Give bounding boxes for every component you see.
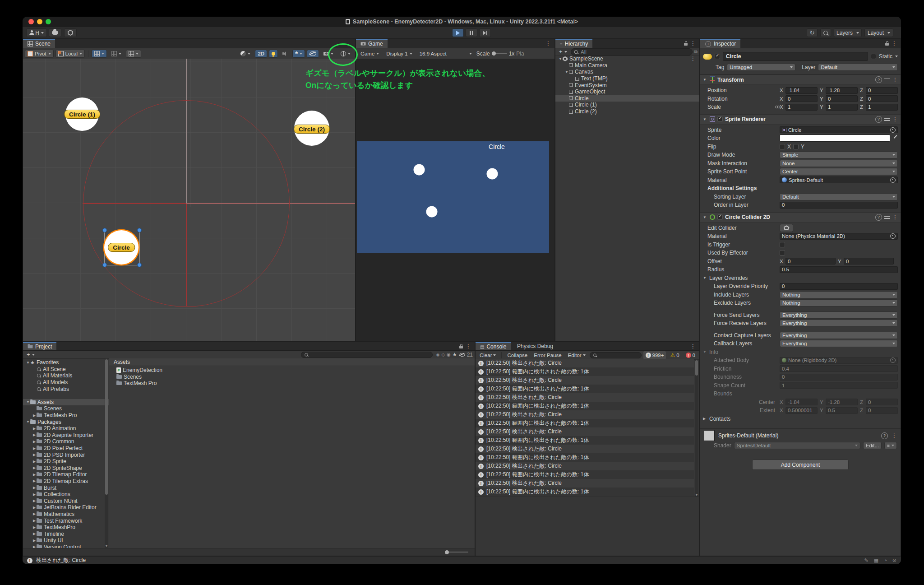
dropdown-exclude-layers[interactable]: Nothing [780, 299, 898, 306]
tab-project[interactable]: Project [23, 342, 56, 350]
value-field[interactable]: 1 [866, 104, 898, 111]
object-picker-icon[interactable] [890, 233, 896, 239]
object-field-material[interactable]: Sprites-Default [780, 176, 898, 183]
material-preview-swatch[interactable] [704, 430, 715, 441]
editor-dropdown[interactable]: Editor [566, 351, 588, 359]
project-tree-scrollbar[interactable]: ▼ [105, 358, 108, 548]
project-folder-item-2d-psd-importer[interactable]: ▶2D PSD Importer [23, 451, 109, 458]
value-field[interactable]: -1.84 [785, 87, 818, 94]
clear-button[interactable]: Clear [477, 351, 498, 359]
project-folder-item-2d-common[interactable]: ▶2D Common [23, 438, 109, 445]
asset-item-enemydetection[interactable]: #EnemyDetection [109, 367, 475, 374]
value-field[interactable]: 0.5 [780, 266, 898, 273]
value-field[interactable]: 0 [866, 407, 898, 414]
hierarchy-item-circle-1-[interactable]: Circle (1) [555, 102, 699, 108]
project-folder-item-version-control[interactable]: ▶Version Control [23, 544, 109, 548]
play-button[interactable] [452, 28, 464, 37]
gizmos-toggle-dropdown[interactable] [338, 50, 353, 58]
kebab-menu-icon[interactable]: ⋮ [690, 41, 696, 46]
dropdown-force-receive-layers[interactable]: Everything [780, 320, 898, 327]
project-search[interactable] [301, 352, 433, 358]
tool-handle-rotation-dropdown[interactable]: Local [55, 50, 85, 58]
account-button[interactable]: H [26, 28, 47, 37]
kebab-menu-icon[interactable]: ⋮ [892, 214, 898, 220]
value-field[interactable]: 0 [780, 202, 898, 209]
lock-icon[interactable] [885, 43, 889, 46]
flip-x-checkbox[interactable] [780, 144, 785, 149]
project-folder-item-textmeshpro[interactable]: ▶TextMeshPro [23, 524, 109, 531]
game-display-mode-dropdown[interactable]: Game [358, 50, 382, 58]
object-field-material[interactable]: None (Physics Material 2D) [780, 233, 898, 240]
project-search-input[interactable] [310, 352, 430, 358]
display-target-dropdown[interactable]: Display 1 [383, 50, 415, 58]
help-icon[interactable]: ? [875, 76, 882, 83]
hierarchy-item-samplescene[interactable]: ▼SampleScene⋮ [555, 56, 699, 62]
console-search-input[interactable] [598, 352, 638, 358]
game-viewport[interactable]: Circle [356, 59, 554, 341]
value-field[interactable]: 0 [785, 95, 818, 102]
project-folder-item-assets[interactable]: ▼Assets [23, 399, 109, 406]
audio-mute-toggle[interactable] [280, 50, 291, 58]
project-folder-item-jetbrains-rider-editor[interactable]: ▶JetBrains Rider Editor [23, 504, 109, 511]
error-pause-button[interactable]: Error Pause [531, 351, 564, 359]
grid-snap-toggle[interactable] [92, 50, 107, 58]
selection-handle[interactable] [137, 263, 142, 267]
project-folder-item-favorites[interactable]: ▼★Favorites [23, 359, 109, 366]
dropdown-draw-mode[interactable]: Simple [780, 151, 898, 158]
console-log-row[interactable]: ![10:22:50] 範囲内に検出された敵の数: 1体 [476, 453, 694, 462]
project-folder-item-2d-aseprite-importer[interactable]: ▶2D Aseprite Importer [23, 432, 109, 439]
hierarchy-item-main-camera[interactable]: Main Camera [555, 62, 699, 69]
warning-count-toggle[interactable]: ⚠0 [668, 351, 681, 359]
search-by-type-icon[interactable]: ◈ [436, 352, 440, 357]
value-field[interactable]: 0 [866, 399, 898, 405]
console-scrollbar[interactable]: ▼ [695, 359, 698, 497]
console-log-row[interactable]: ![10:22:50] 検出された敵: Circle [476, 359, 694, 367]
shading-mode-dropdown[interactable] [238, 50, 253, 58]
hierarchy-item-eventsystem[interactable]: EventSystem [555, 82, 699, 88]
alert-icon[interactable]: ◉ [447, 352, 451, 357]
pause-button[interactable] [466, 28, 477, 37]
asset-item-textmesh-pro[interactable]: TextMesh Pro [109, 380, 475, 387]
project-folder-item-packages[interactable]: ▼Packages [23, 418, 109, 425]
status-icon-3[interactable]: ◔ [884, 557, 887, 563]
tab-hierarchy[interactable]: ≡Hierarchy [555, 39, 592, 48]
project-folder-item-custom-nunit[interactable]: ▶Custom NUnit [23, 497, 109, 504]
value-field[interactable]: -1.28 [826, 399, 858, 405]
presets-icon[interactable] [884, 78, 890, 82]
project-folder-item-all-materials[interactable]: All Materials [23, 372, 109, 379]
help-icon[interactable]: ? [875, 116, 882, 123]
dropdown-sprite-sort-point[interactable]: Center [780, 168, 898, 175]
console-detail-pane[interactable] [476, 497, 699, 556]
tab-game[interactable]: Game [356, 39, 388, 48]
kebab-menu-icon[interactable]: ⋮ [545, 41, 551, 46]
component-header-transform[interactable]: ▼Transform?⋮ [700, 74, 901, 85]
value-field[interactable]: 0 [866, 87, 898, 94]
dropdown-include-layers[interactable]: Nothing [780, 291, 898, 298]
scale-slider[interactable] [492, 53, 507, 54]
link-icon[interactable] [775, 105, 780, 109]
object-picker-icon[interactable] [890, 177, 896, 183]
asset-zoom-slider[interactable] [445, 552, 468, 552]
lock-icon[interactable] [684, 43, 688, 46]
component-header-circle-collider-2d[interactable]: ▼Circle Collider 2D?⋮ [700, 212, 901, 223]
console-log-row[interactable]: ![10:22:50] 検出された敵: Circle [476, 410, 694, 419]
dropdown-sorting-layer[interactable]: Default [780, 193, 898, 200]
tab-console[interactable]: ▤Console [476, 342, 511, 350]
active-checkbox[interactable] [715, 54, 720, 59]
hierarchy-item-circle[interactable]: Circle [555, 95, 699, 102]
hierarchy-item-gameobject[interactable]: GameObject [555, 88, 699, 95]
flip-y-checkbox[interactable] [793, 144, 799, 149]
value-field[interactable]: 0 [826, 95, 858, 102]
gameobject-icon[interactable] [703, 54, 712, 60]
add-gameobject-button[interactable]: + [557, 48, 569, 56]
create-asset-button[interactable]: + [25, 351, 37, 359]
play-focused-clipped[interactable]: Pla [516, 51, 524, 57]
value-field[interactable]: 0 [866, 95, 898, 102]
console-log-row[interactable]: ![10:22:50] 範囲内に検出された敵の数: 1体 [476, 436, 694, 445]
kebab-menu-icon[interactable]: ⋮ [892, 433, 897, 438]
tool-handle-pivot-dropdown[interactable]: Pivot [25, 50, 54, 58]
console-log-row[interactable]: ![10:22:50] 検出された敵: Circle [476, 479, 694, 488]
console-log-row[interactable]: ![10:22:50] 範囲内に検出された敵の数: 1体 [476, 470, 694, 479]
tab-inspector[interactable]: iInspector [700, 39, 740, 48]
value-field[interactable]: 0.5 [826, 407, 858, 414]
